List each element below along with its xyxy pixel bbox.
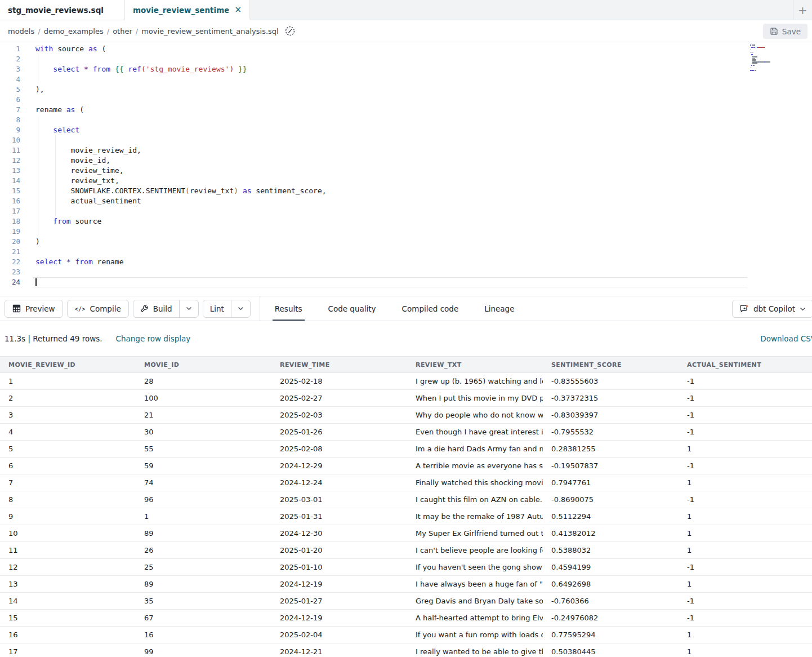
- table-cell: If you haven't seen the gong show TV s…: [407, 559, 543, 576]
- code-line-22[interactable]: 22select * from rename: [0, 257, 812, 267]
- compile-label: Compile: [90, 304, 121, 313]
- table-cell: 2025-01-27: [271, 593, 407, 610]
- text-cursor: [35, 278, 37, 286]
- breadcrumb-models[interactable]: models: [8, 27, 34, 35]
- results-tab-results[interactable]: Results: [273, 296, 305, 321]
- column-header-movie_review_id[interactable]: MOVIE_REVIEW_ID: [0, 357, 136, 373]
- code-line-14[interactable]: 14 review_txt,: [0, 176, 812, 186]
- compile-button[interactable]: </> Compile: [67, 300, 129, 318]
- table-cell: 2025-01-31: [271, 508, 407, 525]
- table-cell: 2025-02-04: [271, 627, 407, 643]
- table-cell: 16: [136, 627, 271, 643]
- code-line-21[interactable]: 21: [0, 247, 812, 257]
- code-line-23[interactable]: 23: [0, 267, 812, 277]
- table-cell: -0.37372315: [543, 390, 679, 407]
- code-text: review_time,: [20, 166, 124, 176]
- code-line-10[interactable]: 10: [0, 135, 812, 145]
- results-tab-list: ResultsCode qualityCompiled codeLineage: [273, 296, 517, 321]
- table-cell: 15: [0, 610, 136, 627]
- code-line-17[interactable]: 17: [0, 206, 812, 216]
- results-tab-lineage[interactable]: Lineage: [482, 296, 516, 321]
- code-line-16[interactable]: 16 actual_sentiment: [0, 196, 812, 206]
- tab-stg-movie-reviews[interactable]: stg_movie_reviews.sql: [0, 0, 125, 20]
- tab-movie-review-sentiment[interactable]: movie_review_sentiment_... ×: [125, 0, 250, 20]
- table-cell: My Super Ex Girlfriend turned out to b…: [407, 525, 543, 542]
- column-header-movie_id[interactable]: MOVIE_ID: [136, 357, 271, 373]
- query-results-table: MOVIE_REVIEW_IDMOVIE_IDREVIEW_TIMEREVIEW…: [0, 356, 812, 657]
- code-line-20[interactable]: 20): [0, 237, 812, 247]
- table-cell: 2025-02-27: [271, 390, 407, 407]
- column-header-actual_sentiment[interactable]: ACTUAL_SENTIMENT: [679, 357, 812, 373]
- code-text: SNOWFLAKE.CORTEX.SENTIMENT(review_txt) a…: [20, 186, 327, 196]
- code-line-3[interactable]: 3 select * from {{ ref('stg_movie_review…: [0, 64, 812, 74]
- column-header-review_time[interactable]: REVIEW_TIME: [271, 357, 407, 373]
- table-cell: I have always been a huge fan of "Hom…: [407, 576, 543, 593]
- new-tab-button[interactable]: +: [793, 0, 812, 20]
- code-line-24[interactable]: 24: [0, 277, 812, 287]
- results-tab-compiled-code[interactable]: Compiled code: [400, 296, 461, 321]
- column-header-sentiment_score[interactable]: SENTIMENT_SCORE: [543, 357, 679, 373]
- code-line-12[interactable]: 12 movie_id,: [0, 156, 812, 166]
- lint-label: Lint: [210, 304, 224, 313]
- table-cell: -1: [679, 491, 812, 508]
- table-cell: 10: [0, 525, 136, 542]
- table-row: 6592024-12-29A terrible movie as everyon…: [0, 458, 812, 474]
- sql-code-editor[interactable]: 1with source as (2 3 select * from {{ re…: [0, 42, 812, 296]
- code-text: movie_id,: [20, 156, 110, 166]
- table-cell: 2025-01-10: [271, 559, 407, 576]
- table-cell: 1: [679, 627, 812, 643]
- table-cell: -1: [679, 424, 812, 441]
- copilot-label: dbt Copilot: [753, 304, 795, 313]
- code-line-6[interactable]: 6: [0, 95, 812, 105]
- code-text: select: [20, 125, 79, 135]
- table-cell: 100: [136, 390, 271, 407]
- table-cell: 2024-12-19: [271, 610, 407, 627]
- code-line-7[interactable]: 7rename as (: [0, 105, 812, 115]
- code-line-1[interactable]: 1with source as (: [0, 44, 812, 54]
- code-line-9[interactable]: 9 select: [0, 125, 812, 135]
- table-cell: 59: [136, 458, 271, 474]
- breadcrumb-demo-examples[interactable]: demo_examples: [44, 27, 104, 35]
- code-line-13[interactable]: 13 review_time,: [0, 166, 812, 176]
- editor-minimap[interactable]: [750, 45, 786, 73]
- breadcrumb-other[interactable]: other: [113, 27, 132, 35]
- table-cell: 1: [0, 373, 136, 390]
- code-text: with source as (: [20, 44, 106, 54]
- table-cell: 1: [679, 508, 812, 525]
- code-text: actual_sentiment: [20, 196, 141, 206]
- table-row: 15672024-12-19A half-hearted attempt to …: [0, 610, 812, 627]
- build-button[interactable]: Build: [133, 300, 179, 317]
- code-line-19[interactable]: 19: [0, 227, 812, 237]
- code-line-2[interactable]: 2: [0, 54, 812, 64]
- lint-split-button: Lint: [203, 300, 251, 318]
- line-number: 13: [0, 166, 20, 176]
- code-line-11[interactable]: 11 movie_review_id,: [0, 145, 812, 156]
- code-line-4[interactable]: 4: [0, 74, 812, 85]
- change-row-display-link[interactable]: Change row display: [116, 334, 191, 343]
- code-line-8[interactable]: 8: [0, 115, 812, 125]
- results-table-header: MOVIE_REVIEW_IDMOVIE_IDREVIEW_TIMEREVIEW…: [0, 357, 812, 373]
- lint-dropdown-button[interactable]: [231, 300, 250, 317]
- table-cell: 0.50380445: [543, 643, 679, 657]
- lint-button[interactable]: Lint: [203, 300, 231, 317]
- code-line-18[interactable]: 18 from source: [0, 216, 812, 227]
- dbt-copilot-button[interactable]: dbt Copilot: [732, 300, 812, 318]
- close-icon[interactable]: ×: [234, 6, 242, 14]
- save-floppy-icon: [770, 27, 778, 35]
- table-cell: -1: [679, 373, 812, 390]
- preview-button[interactable]: Preview: [5, 300, 63, 318]
- results-tab-code-quality[interactable]: Code quality: [326, 296, 378, 321]
- download-csv-link[interactable]: Download CSV: [760, 334, 812, 343]
- breadcrumb-file: movie_review_sentiment_analysis.sql: [141, 27, 279, 35]
- table-cell: 5: [0, 441, 136, 458]
- line-number: 12: [0, 156, 20, 166]
- table-cell: -1: [679, 458, 812, 474]
- column-header-review_txt[interactable]: REVIEW_TXT: [407, 357, 543, 373]
- copilot-pen-icon[interactable]: [284, 25, 296, 37]
- save-button[interactable]: Save: [763, 24, 807, 39]
- line-number: 23: [0, 267, 20, 277]
- code-line-5[interactable]: 5),: [0, 85, 812, 95]
- code-line-15[interactable]: 15 SNOWFLAKE.CORTEX.SENTIMENT(review_txt…: [0, 186, 812, 196]
- build-dropdown-button[interactable]: [179, 300, 198, 317]
- table-cell: 14: [0, 593, 136, 610]
